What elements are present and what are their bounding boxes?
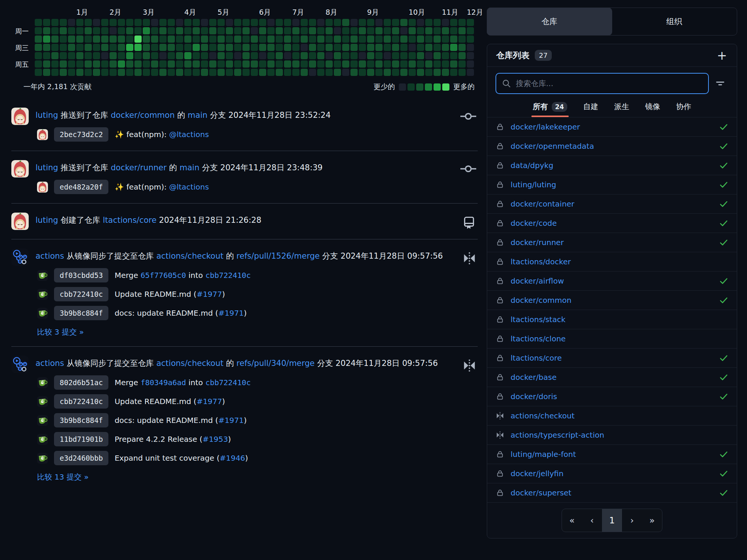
- repo-search-row: [487, 67, 737, 96]
- commit-hash-link[interactable]: 3b9b8c884f: [54, 413, 108, 427]
- prev-page-button[interactable]: ‹: [582, 509, 602, 532]
- tab-organizations[interactable]: 组织: [612, 8, 737, 35]
- commit-message-link[interactable]: cbb722410c: [205, 378, 251, 387]
- gitea-cup-icon[interactable]: [37, 434, 48, 445]
- git-commit-icon: [459, 160, 476, 194]
- compare-commits-link[interactable]: 比较 13 提交 »: [37, 472, 89, 482]
- commit-hash-link[interactable]: df03cbdd53: [54, 268, 108, 282]
- heatmap-cell: [118, 60, 125, 68]
- commit-hash-link[interactable]: cbb722410c: [54, 287, 108, 301]
- repo-link[interactable]: actions/checkout: [511, 411, 574, 420]
- gitea-cup-icon[interactable]: [37, 377, 48, 388]
- heatmap-cell: [417, 27, 424, 34]
- gitea-cup-icon[interactable]: [37, 270, 48, 281]
- repo-link[interactable]: docker/common: [511, 296, 571, 305]
- heatmap-cell: [359, 35, 366, 43]
- feed-title-link[interactable]: refs/pull/1526/merge: [236, 251, 319, 261]
- user-avatar[interactable]: [11, 248, 29, 266]
- repo-link[interactable]: docker/superset: [511, 488, 571, 497]
- repo-link[interactable]: luting/maple-font: [511, 450, 576, 459]
- commit-hash-link[interactable]: 802d6b51ac: [54, 375, 108, 390]
- feed-title-link[interactable]: refs/pull/340/merge: [236, 359, 315, 368]
- repo-filter-tab-0[interactable]: 所有24: [533, 102, 568, 117]
- heatmap-cell: [458, 19, 466, 26]
- next-page-button[interactable]: ›: [622, 509, 642, 532]
- feed-title-link[interactable]: luting: [35, 111, 58, 120]
- commit-hash-link[interactable]: e3d2460bbb: [54, 451, 108, 465]
- tab-repositories[interactable]: 仓库: [487, 8, 612, 35]
- committer-avatar[interactable]: [37, 182, 48, 193]
- feed-title-link[interactable]: actions/checkout: [156, 251, 224, 261]
- commit-message-link[interactable]: #1946: [219, 454, 245, 463]
- gitea-cup-icon[interactable]: [37, 308, 48, 319]
- commit-message-link[interactable]: #1971: [218, 309, 244, 318]
- feed-title-link[interactable]: luting: [35, 163, 58, 172]
- commit-message-link[interactable]: #1953: [202, 435, 228, 444]
- feed-title-link[interactable]: main: [188, 111, 207, 120]
- commit-hash-link[interactable]: cbb722410c: [54, 394, 108, 409]
- repo-link[interactable]: luting/luting: [511, 180, 556, 189]
- repo-link[interactable]: docker/runner: [511, 238, 564, 247]
- gitea-cup-icon[interactable]: [37, 289, 48, 300]
- commit-hash-link[interactable]: ede482a20f: [54, 180, 108, 194]
- commit-message-link[interactable]: f80349a6ad: [140, 378, 186, 387]
- heatmap-weekday-label: 周一: [15, 27, 29, 35]
- feed-title-link[interactable]: actions: [35, 359, 64, 368]
- repo-link[interactable]: docker/code: [511, 219, 557, 228]
- commit-hash-link[interactable]: 2bec73d2c2: [54, 127, 108, 142]
- feed-title-link[interactable]: ltactions/core: [103, 216, 156, 225]
- commit-message-link[interactable]: #1977: [196, 290, 222, 299]
- gitea-cup-icon[interactable]: [37, 415, 48, 426]
- user-avatar[interactable]: [11, 108, 29, 125]
- repo-link[interactable]: docker/airflow: [511, 276, 564, 285]
- last-page-button[interactable]: »: [642, 509, 662, 532]
- repo-link[interactable]: docker/container: [511, 199, 574, 208]
- repo-link[interactable]: docker/jellyfin: [511, 469, 563, 478]
- filter-icon[interactable]: [710, 74, 730, 93]
- repo-filter-tab-3[interactable]: 镜像: [645, 102, 660, 117]
- heatmap-cell: [334, 60, 341, 68]
- repo-filter-tab-2[interactable]: 派生: [614, 102, 629, 117]
- user-avatar[interactable]: [11, 160, 29, 177]
- page-1-button[interactable]: 1: [602, 509, 622, 532]
- commit-hash-link[interactable]: 11bd71901b: [54, 432, 108, 446]
- commit-message-link[interactable]: @ltactions: [169, 130, 209, 139]
- user-avatar[interactable]: [11, 213, 29, 230]
- compare-commits-link[interactable]: 比较 3 提交 »: [37, 327, 84, 337]
- repo-filter-tab-1[interactable]: 自建: [583, 102, 598, 117]
- commit-message-link[interactable]: 65f77605c0: [140, 271, 186, 280]
- feed-title-link[interactable]: main: [179, 163, 199, 172]
- repo-link[interactable]: docker/lakekeeper: [511, 122, 580, 131]
- repo-link[interactable]: ltactions/docker: [511, 257, 571, 266]
- feed-title-link[interactable]: docker/common: [111, 111, 174, 120]
- repo-search-input[interactable]: [515, 79, 703, 88]
- heatmap-cell: [409, 52, 416, 59]
- main-column: 1月2月3月4月5月6月7月8月9月10月11月12月 周一周三周五 一年内 2…: [11, 8, 478, 560]
- gitea-cup-icon[interactable]: [37, 396, 48, 407]
- commit-message-link[interactable]: #1977: [196, 397, 222, 406]
- commit-hash-link[interactable]: 3b9b8c884f: [54, 306, 108, 320]
- repo-link[interactable]: docker/openmetadata: [511, 142, 594, 151]
- repo-link[interactable]: ltactions/stack: [511, 315, 565, 324]
- repo-filter-tab-4[interactable]: 协作: [676, 102, 691, 117]
- user-avatar[interactable]: [11, 356, 29, 373]
- repo-link[interactable]: docker/doris: [511, 392, 557, 401]
- heatmap-cell: [334, 27, 341, 34]
- feed-title-link[interactable]: luting: [35, 216, 58, 225]
- committer-avatar[interactable]: [37, 129, 48, 140]
- repo-link[interactable]: ltactions/core: [511, 353, 562, 363]
- repo-link[interactable]: actions/typescript-action: [511, 430, 604, 440]
- first-page-button[interactable]: «: [562, 509, 582, 532]
- feed-title-link[interactable]: actions/checkout: [156, 359, 224, 368]
- commit-message-link[interactable]: @ltactions: [169, 182, 209, 191]
- feed-title-link[interactable]: actions: [35, 251, 64, 261]
- repo-link[interactable]: ltactions/clone: [511, 334, 566, 343]
- add-repo-button[interactable]: +: [716, 49, 728, 62]
- repo-link[interactable]: data/dpykg: [511, 161, 553, 170]
- repo-link[interactable]: docker/base: [511, 373, 557, 382]
- commit-message-link[interactable]: #1971: [218, 416, 244, 425]
- gitea-cup-icon[interactable]: [37, 453, 48, 464]
- commit-message-link[interactable]: cbb722410c: [205, 271, 251, 280]
- feed-title-link[interactable]: docker/runner: [111, 163, 167, 172]
- heatmap-cell: [76, 60, 83, 68]
